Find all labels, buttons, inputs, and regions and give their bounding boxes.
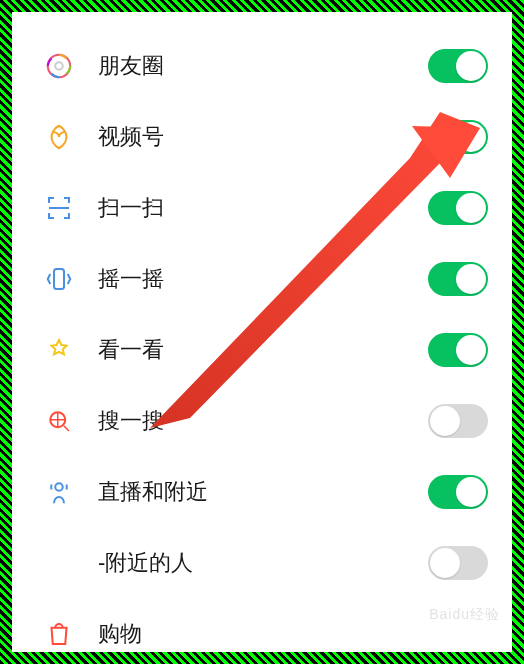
svg-point-4	[55, 483, 63, 491]
svg-point-1	[55, 62, 63, 70]
toggle-knob	[456, 477, 486, 507]
toggle-search[interactable]	[428, 404, 488, 438]
setting-label: 扫一扫	[98, 193, 428, 223]
setting-row-scan: 扫一扫	[12, 172, 512, 243]
toggle-knob	[456, 122, 486, 152]
nearby-icon	[42, 475, 76, 509]
toggle-topstories[interactable]	[428, 333, 488, 367]
toggle-moments[interactable]	[428, 49, 488, 83]
watermark: Baidu经验	[429, 606, 500, 624]
setting-label: -附近的人	[98, 548, 428, 578]
shopping-icon	[42, 617, 76, 651]
toggle-knob	[456, 264, 486, 294]
setting-label: 摇一摇	[98, 264, 428, 294]
setting-row-channels: 视频号	[12, 101, 512, 172]
setting-label: 视频号	[98, 122, 428, 152]
toggle-knob	[430, 406, 460, 436]
channels-icon	[42, 120, 76, 154]
toggle-knob	[456, 193, 486, 223]
setting-row-topstories: 看一看	[12, 314, 512, 385]
toggle-people[interactable]	[428, 546, 488, 580]
svg-rect-2	[54, 269, 64, 289]
setting-row-moments: 朋友圈	[12, 30, 512, 101]
setting-label: 购物	[98, 619, 428, 649]
setting-row-shake: 摇一摇	[12, 243, 512, 314]
blank-icon	[42, 546, 76, 580]
toggle-scan[interactable]	[428, 191, 488, 225]
toggle-knob	[430, 548, 460, 578]
toggle-nearby[interactable]	[428, 475, 488, 509]
setting-label: 直播和附近	[98, 477, 428, 507]
toggle-channels[interactable]	[428, 120, 488, 154]
toggle-knob	[456, 335, 486, 365]
toggle-knob	[456, 51, 486, 81]
settings-panel: 朋友圈视频号扫一扫摇一摇看一看搜一搜直播和附近-附近的人购物	[12, 12, 512, 652]
setting-row-nearby: 直播和附近	[12, 456, 512, 527]
setting-label: 搜一搜	[98, 406, 428, 436]
setting-label: 看一看	[98, 335, 428, 365]
shake-icon	[42, 262, 76, 296]
setting-row-people: -附近的人	[12, 527, 512, 598]
toggle-shake[interactable]	[428, 262, 488, 296]
eye-icon	[42, 333, 76, 367]
setting-label: 朋友圈	[98, 51, 428, 81]
search-icon	[42, 404, 76, 438]
setting-row-search: 搜一搜	[12, 385, 512, 456]
scan-icon	[42, 191, 76, 225]
moments-icon	[42, 49, 76, 83]
